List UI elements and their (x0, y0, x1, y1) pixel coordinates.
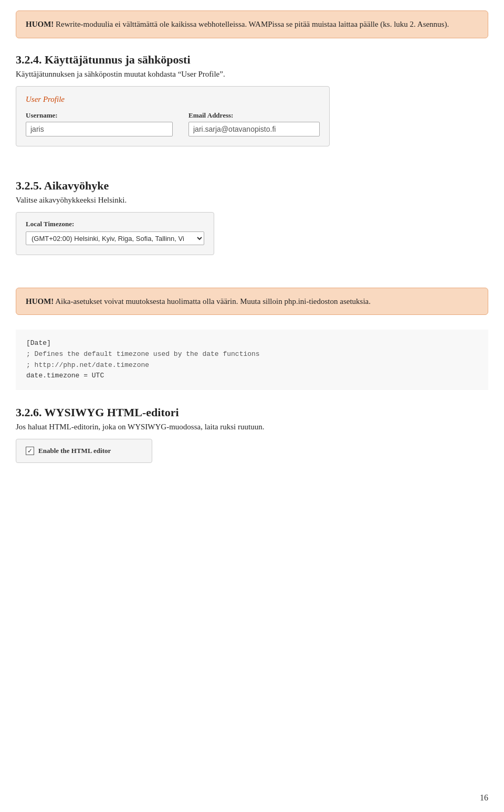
notice-box-2: HUOM! Aika-asetukset voivat muutoksesta … (16, 288, 488, 315)
section-326-heading: 3.2.6. WYSIWYG HTML-editori (16, 406, 488, 419)
email-field: Email Address: (188, 111, 320, 136)
notice-bold-1: HUOM! (26, 20, 54, 28)
section-324-heading: 3.2.4. Käyttäjätunnus ja sähköposti (16, 53, 488, 67)
notice-text-2: Aika-asetukset voivat muutoksesta huolim… (54, 297, 371, 305)
user-profile-panel: User Profile Username: Email Address: (16, 86, 330, 146)
username-label: Username: (26, 111, 173, 120)
checkbox-icon[interactable]: ✓ (26, 447, 34, 455)
code-block: [Date] ; Defines the default timezone us… (16, 330, 488, 390)
code-line-3: ; http://php.net/date.timezone (26, 360, 478, 371)
html-editor-panel: ✓ Enable the HTML editor (16, 439, 152, 463)
notice-box-1: HUOM! Rewrite-moduulia ei välttämättä ol… (16, 10, 488, 38)
username-field: Username: (26, 111, 173, 136)
notice-text-1: Rewrite-moduulia ei välttämättä ole kaik… (54, 20, 449, 28)
section-326-subtext: Jos haluat HTML-editorin, joka on WYSIWY… (16, 423, 488, 431)
checkbox-label: Enable the HTML editor (38, 447, 111, 455)
code-line-2: ; Defines the default timezone used by t… (26, 349, 478, 360)
code-line-4: date.timezone = UTC (26, 371, 478, 382)
username-input[interactable] (26, 122, 173, 136)
section-326: 3.2.6. WYSIWYG HTML-editori Jos haluat H… (16, 406, 488, 463)
page-number: 16 (480, 793, 488, 803)
notice-bold-2: HUOM! (26, 297, 54, 305)
timezone-select[interactable]: (GMT+02:00) Helsinki, Kyiv, Riga, Sofia,… (26, 231, 204, 245)
timezone-label: Local Timezone: (26, 220, 204, 228)
section-324: 3.2.4. Käyttäjätunnus ja sähköposti Käyt… (16, 53, 488, 162)
checkbox-checkmark: ✓ (27, 447, 33, 455)
code-line-1: [Date] (26, 338, 478, 349)
section-325-subtext: Valitse aikavyöhykkeeksi Helsinki. (16, 196, 488, 205)
section-325-heading: 3.2.5. Aikavyöhyke (16, 179, 488, 193)
email-label: Email Address: (188, 111, 320, 120)
section-325: 3.2.5. Aikavyöhyke Valitse aikavyöhykkee… (16, 179, 488, 271)
section-324-subtext: Käyttäjätunnuksen ja sähköpostin muutat … (16, 70, 488, 79)
form-row: Username: Email Address: (26, 111, 320, 136)
email-input[interactable] (188, 122, 320, 136)
user-profile-link[interactable]: User Profile (26, 95, 320, 104)
timezone-panel: Local Timezone: (GMT+02:00) Helsinki, Ky… (16, 212, 214, 255)
checkbox-row: ✓ Enable the HTML editor (26, 447, 142, 455)
